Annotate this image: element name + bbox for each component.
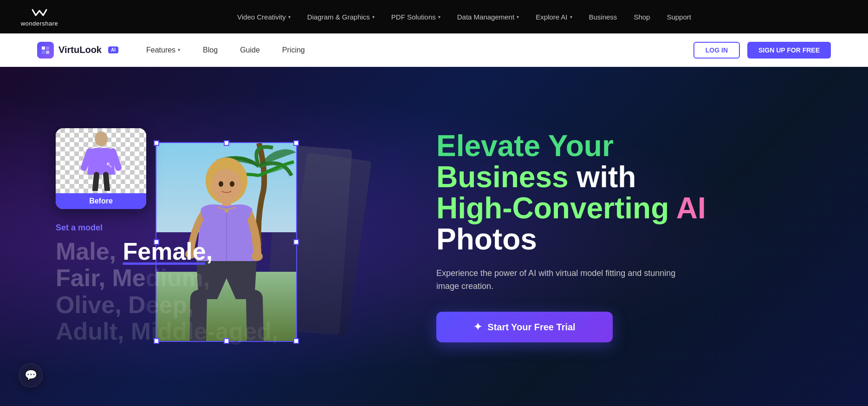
- nav-data-management[interactable]: Data Management ▾: [457, 13, 519, 21]
- before-label: Before: [56, 193, 146, 209]
- ai-badge: AI: [108, 46, 118, 53]
- resize-handle-tr[interactable]: [293, 140, 299, 146]
- svg-point-11: [219, 181, 223, 187]
- product-logo-icon: [37, 42, 54, 59]
- svg-rect-1: [46, 46, 49, 50]
- product-nav-guide[interactable]: Guide: [240, 46, 260, 54]
- nav-video-creativity[interactable]: Video Creativity ▾: [237, 13, 291, 21]
- hero-headline: Elevate Your Business with High-Converti…: [436, 131, 831, 255]
- chevron-down-icon: ▾: [288, 14, 291, 20]
- chevron-down-icon: ▾: [517, 14, 519, 20]
- chat-support-button[interactable]: 💬: [19, 363, 43, 387]
- svg-rect-3: [46, 51, 49, 54]
- svg-point-13: [225, 209, 228, 213]
- hero-subtitle: Experience the power of AI with virtual …: [436, 267, 678, 294]
- product-nav-blog[interactable]: Blog: [203, 46, 218, 54]
- before-image: ↖: [56, 128, 146, 193]
- headline-elevate: Elevate: [436, 129, 548, 163]
- product-name: VirtuLook: [58, 45, 102, 55]
- nav-support[interactable]: Support: [667, 13, 691, 21]
- hero-demo-area: ↖ Before Set a model Male, Female, Fair,…: [56, 128, 381, 345]
- product-navigation: VirtuLook AI Features ▾ Blog Guide Prici…: [0, 33, 868, 67]
- headline-high: High-Converting: [436, 191, 676, 225]
- nav-explore-ai[interactable]: Explore AI ▾: [536, 13, 572, 21]
- nav-diagram-graphics[interactable]: Diagram & Graphics ▾: [307, 13, 375, 21]
- svg-rect-0: [42, 46, 45, 50]
- hero-copy: Elevate Your Business with High-Converti…: [381, 131, 831, 342]
- set-model-label: Set a model: [56, 223, 381, 233]
- nav-pdf-solutions[interactable]: PDF Solutions ▾: [391, 13, 440, 21]
- svg-rect-2: [42, 51, 45, 54]
- headline-your: Your: [548, 129, 614, 163]
- svg-point-12: [230, 181, 234, 187]
- star-icon: ✦: [473, 321, 482, 333]
- product-nav-features[interactable]: Features ▾: [146, 46, 181, 54]
- wondershare-logo[interactable]: wondershare: [19, 7, 60, 27]
- chevron-down-icon: ▾: [178, 47, 181, 53]
- login-button[interactable]: LOG IN: [693, 42, 740, 59]
- top-navigation: wondershare Video Creativity ▾ Diagram &…: [0, 0, 868, 33]
- svg-point-7: [212, 169, 241, 202]
- headline-with: with: [577, 160, 636, 194]
- chevron-down-icon: ▾: [570, 14, 572, 20]
- top-nav-links: Video Creativity ▾ Diagram & Graphics ▾ …: [79, 13, 849, 21]
- model-silhouette: ↖: [80, 131, 122, 191]
- headline-ai: AI: [676, 191, 706, 225]
- chat-icon: 💬: [25, 369, 37, 381]
- product-nav-links: Features ▾ Blog Guide Pricing: [146, 46, 693, 54]
- resize-handle-top[interactable]: [224, 140, 229, 146]
- virtulook-logo[interactable]: VirtuLook AI: [37, 42, 118, 59]
- model-options-list: Male, Female, Fair, Medium, Olive, Deep,…: [56, 238, 381, 345]
- svg-point-4: [95, 131, 108, 146]
- nav-shop[interactable]: Shop: [634, 13, 650, 21]
- headline-business: Business: [436, 160, 577, 194]
- product-nav-pricing[interactable]: Pricing: [282, 46, 305, 54]
- nav-business[interactable]: Business: [589, 13, 617, 21]
- logo-wordmark: wondershare: [21, 20, 58, 27]
- chevron-down-icon: ▾: [438, 14, 440, 20]
- chevron-down-icon: ▾: [372, 14, 375, 20]
- cta-label: Start Your Free Trial: [487, 322, 575, 333]
- product-nav-auth: LOG IN SIGN UP FOR FREE: [693, 42, 831, 59]
- signup-button[interactable]: SIGN UP FOR FREE: [747, 42, 831, 59]
- resize-handle-tl[interactable]: [154, 140, 159, 146]
- before-card: ↖ Before: [56, 128, 146, 209]
- svg-text:↖: ↖: [106, 160, 113, 170]
- headline-photos: Photos: [436, 223, 537, 256]
- cta-free-trial-button[interactable]: ✦ Start Your Free Trial: [436, 312, 613, 342]
- hero-section: ↖ Before Set a model Male, Female, Fair,…: [0, 67, 868, 406]
